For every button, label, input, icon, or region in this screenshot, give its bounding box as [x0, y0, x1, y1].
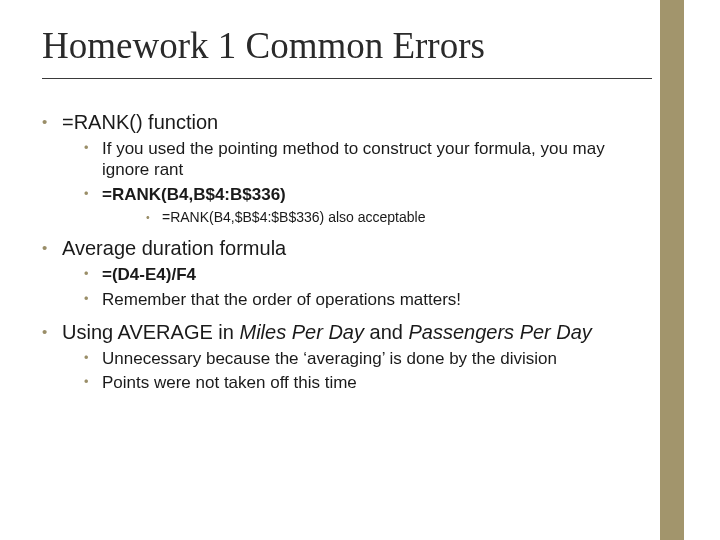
- bullet-text: =RANK(B4,B$4:B$336): [102, 185, 286, 204]
- title-underline: [42, 78, 652, 79]
- bullet-text-mid: and: [364, 321, 408, 343]
- slide-title: Homework 1 Common Errors: [42, 24, 485, 67]
- bullet-text-pre: Using AVERAGE in: [62, 321, 239, 343]
- bullet-text: =(D4-E4)/F4: [102, 265, 196, 284]
- bullet-rank-sub2-sub1: =RANK(B4,$B$4:$B$336) also acceptable: [146, 209, 652, 227]
- bullet-rank-sub1: If you used the pointing method to const…: [84, 138, 652, 181]
- slide-body: =RANK() function If you used the pointin…: [42, 110, 652, 393]
- bullet-text-i1: Miles Per Day: [239, 321, 363, 343]
- bullet-text: Average duration formula: [62, 237, 286, 259]
- bullet-text: Points were not taken off this time: [102, 373, 357, 392]
- bullet-text: Remember that the order of operations ma…: [102, 290, 461, 309]
- bullet-average-misuse: Using AVERAGE in Miles Per Day and Passe…: [42, 320, 652, 394]
- bullet-rank: =RANK() function If you used the pointin…: [42, 110, 652, 226]
- bullet-avg-duration: Average duration formula =(D4-E4)/F4 Rem…: [42, 236, 652, 310]
- bullet-text: =RANK(B4,$B$4:$B$336) also acceptable: [162, 209, 425, 225]
- bullet-text-i2: Passengers Per Day: [408, 321, 591, 343]
- slide: Homework 1 Common Errors =RANK() functio…: [0, 0, 720, 540]
- bullet-avg-sub2: Remember that the order of operations ma…: [84, 289, 652, 310]
- bullet-rank-sub2: =RANK(B4,B$4:B$336) =RANK(B4,$B$4:$B$336…: [84, 184, 652, 227]
- accent-bar: [660, 0, 684, 540]
- bullet-avg-sub1: =(D4-E4)/F4: [84, 264, 652, 285]
- bullet-average-sub2: Points were not taken off this time: [84, 372, 652, 393]
- bullet-text: Unnecessary because the ‘averaging’ is d…: [102, 349, 557, 368]
- bullet-list: =RANK() function If you used the pointin…: [42, 110, 652, 393]
- bullet-text: If you used the pointing method to const…: [102, 139, 605, 179]
- bullet-text: =RANK() function: [62, 111, 218, 133]
- bullet-average-sub1: Unnecessary because the ‘averaging’ is d…: [84, 348, 652, 369]
